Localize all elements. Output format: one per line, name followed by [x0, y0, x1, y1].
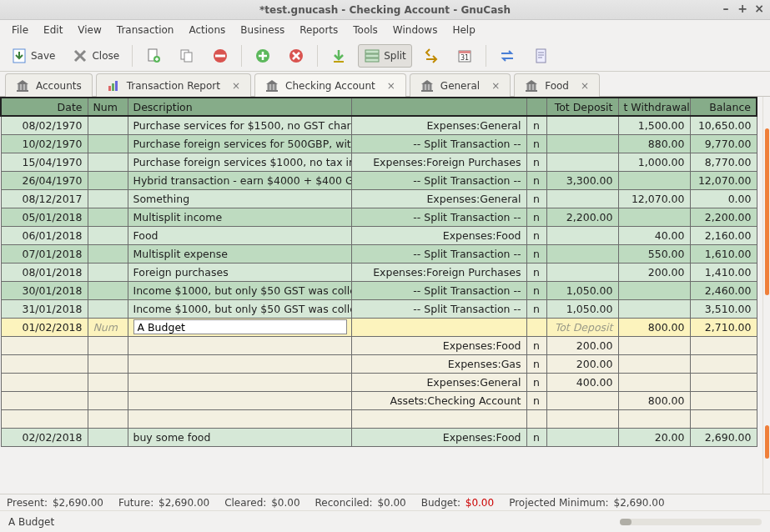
- cell-withdrawal[interactable]: [618, 409, 690, 428]
- cell-date[interactable]: 15/04/1970: [1, 153, 88, 171]
- menu-help[interactable]: Help: [445, 21, 481, 39]
- menu-file[interactable]: File: [5, 21, 35, 39]
- cell-reconcile[interactable]: n: [526, 153, 546, 171]
- cell-withdrawal[interactable]: 800.00: [618, 318, 690, 336]
- cancel-button[interactable]: [282, 44, 310, 68]
- cell-withdrawal[interactable]: [618, 373, 690, 391]
- cell-reconcile[interactable]: n: [526, 263, 546, 281]
- cell-reconcile[interactable]: n: [526, 208, 546, 226]
- cell-withdrawal[interactable]: 40.00: [618, 226, 690, 244]
- split-row[interactable]: Expenses:Generaln400.00: [1, 373, 757, 391]
- cell-withdrawal[interactable]: 1,000.00: [618, 153, 690, 171]
- transaction-row[interactable]: 06/01/2018FoodExpenses:Foodn40.002,160.0…: [1, 226, 757, 244]
- cell-num[interactable]: [88, 281, 128, 299]
- enter-button[interactable]: [249, 44, 277, 68]
- tab-general[interactable]: General ×: [410, 73, 511, 97]
- cell-num[interactable]: [88, 208, 128, 226]
- scroll-thumb[interactable]: [620, 519, 632, 525]
- cell-reconcile[interactable]: n: [526, 299, 546, 318]
- transaction-row[interactable]: 31/01/2018Income $1000, but only $50 GST…: [1, 299, 757, 318]
- cell-num[interactable]: [88, 244, 128, 263]
- transfer-button[interactable]: [493, 44, 521, 68]
- transaction-row[interactable]: 07/01/2018Multisplit expense-- Split Tra…: [1, 244, 757, 263]
- cell-transfer[interactable]: Expenses:Foreign Purchases: [351, 153, 526, 171]
- cell-date[interactable]: 08/01/2018: [1, 263, 88, 281]
- cell-withdrawal[interactable]: [618, 299, 690, 318]
- cell-transfer[interactable]: -- Split Transaction --: [351, 171, 526, 189]
- cell-date[interactable]: 08/02/1970: [1, 116, 88, 134]
- tab-close-icon[interactable]: ×: [232, 80, 240, 92]
- cell-num[interactable]: [88, 373, 128, 391]
- cell-num[interactable]: [88, 299, 128, 318]
- cell-deposit[interactable]: [546, 409, 618, 428]
- cell-num[interactable]: [88, 116, 128, 134]
- scroll-thumb[interactable]: [765, 128, 769, 295]
- cell-deposit[interactable]: [546, 116, 618, 134]
- minimize-icon[interactable]: –: [720, 3, 732, 14]
- cell-deposit[interactable]: [546, 428, 618, 446]
- cell-withdrawal[interactable]: [618, 171, 690, 189]
- cell-description[interactable]: Income $1000, but only $50 GST was colle…: [128, 299, 351, 318]
- cell-transfer[interactable]: Expenses:Food: [351, 428, 526, 446]
- tab-close-icon[interactable]: ×: [387, 80, 395, 92]
- cell-reconcile[interactable]: n: [526, 244, 546, 263]
- cell-num[interactable]: [88, 409, 128, 428]
- tab-accounts[interactable]: Accounts: [5, 73, 93, 97]
- cell-transfer[interactable]: -- Split Transaction --: [351, 244, 526, 263]
- cell-reconcile[interactable]: [526, 409, 546, 428]
- split-button[interactable]: Split: [358, 44, 412, 68]
- cell-date[interactable]: [1, 354, 88, 373]
- cell-reconcile[interactable]: n: [526, 226, 546, 244]
- cell-reconcile[interactable]: n: [526, 116, 546, 134]
- schedule-button[interactable]: 31: [450, 44, 479, 68]
- cell-description[interactable]: [128, 318, 351, 336]
- cell-withdrawal[interactable]: [618, 208, 690, 226]
- cell-date[interactable]: 10/02/1970: [1, 134, 88, 153]
- close-button[interactable]: Close: [66, 44, 125, 68]
- cell-deposit[interactable]: [546, 244, 618, 263]
- col-balance[interactable]: Balance: [690, 98, 757, 116]
- cell-description[interactable]: Food: [128, 226, 351, 244]
- cell-deposit[interactable]: Tot Deposit: [546, 318, 618, 336]
- cell-reconcile[interactable]: n: [526, 281, 546, 299]
- cell-description[interactable]: Income $1000, but only $50 GST was colle…: [128, 281, 351, 299]
- transaction-row[interactable]: 08/01/2018Foreign purchasesExpenses:Fore…: [1, 263, 757, 281]
- cell-withdrawal[interactable]: [618, 354, 690, 373]
- delete-button[interactable]: [206, 44, 234, 68]
- transaction-edit-row[interactable]: 01/02/2018NumTot Deposit800.002,710.00: [1, 318, 757, 336]
- cell-description[interactable]: [128, 336, 351, 354]
- cell-date[interactable]: 26/04/1970: [1, 171, 88, 189]
- cell-reconcile[interactable]: n: [526, 428, 546, 446]
- cell-description[interactable]: buy some food: [128, 428, 351, 446]
- scroll-thumb[interactable]: [765, 425, 769, 459]
- cell-reconcile[interactable]: n: [526, 171, 546, 189]
- cell-reconcile[interactable]: n: [526, 354, 546, 373]
- cell-num[interactable]: [88, 171, 128, 189]
- col-transfer[interactable]: [351, 98, 526, 116]
- cell-withdrawal[interactable]: [618, 281, 690, 299]
- cell-transfer[interactable]: -- Split Transaction --: [351, 281, 526, 299]
- cell-description[interactable]: Multisplit income: [128, 208, 351, 226]
- cell-description[interactable]: Foreign purchases: [128, 263, 351, 281]
- reconcile-button[interactable]: [526, 44, 555, 68]
- cell-transfer[interactable]: [351, 318, 526, 336]
- split-row[interactable]: Assets:Checking Accountn800.00: [1, 391, 757, 409]
- cell-date[interactable]: 31/01/2018: [1, 299, 88, 318]
- cell-date[interactable]: [1, 409, 88, 428]
- cell-transfer[interactable]: Expenses:Foreign Purchases: [351, 263, 526, 281]
- description-input[interactable]: [133, 319, 347, 334]
- cell-description[interactable]: Purchase services for $1500, no GST char…: [128, 116, 351, 134]
- cell-reconcile[interactable]: n: [526, 189, 546, 208]
- cell-transfer[interactable]: [351, 409, 526, 428]
- menu-tools[interactable]: Tools: [346, 21, 385, 39]
- cell-withdrawal[interactable]: [618, 336, 690, 354]
- cell-num[interactable]: [88, 336, 128, 354]
- cell-description[interactable]: [128, 354, 351, 373]
- new-invoice-button[interactable]: [139, 44, 168, 68]
- maximize-icon[interactable]: +: [737, 3, 748, 14]
- transaction-row[interactable]: 05/01/2018Multisplit income-- Split Tran…: [1, 208, 757, 226]
- transaction-row[interactable]: 08/02/1970Purchase services for $1500, n…: [1, 116, 757, 134]
- cell-num[interactable]: [88, 226, 128, 244]
- cell-withdrawal[interactable]: 12,070.00: [618, 189, 690, 208]
- cell-reconcile[interactable]: n: [526, 134, 546, 153]
